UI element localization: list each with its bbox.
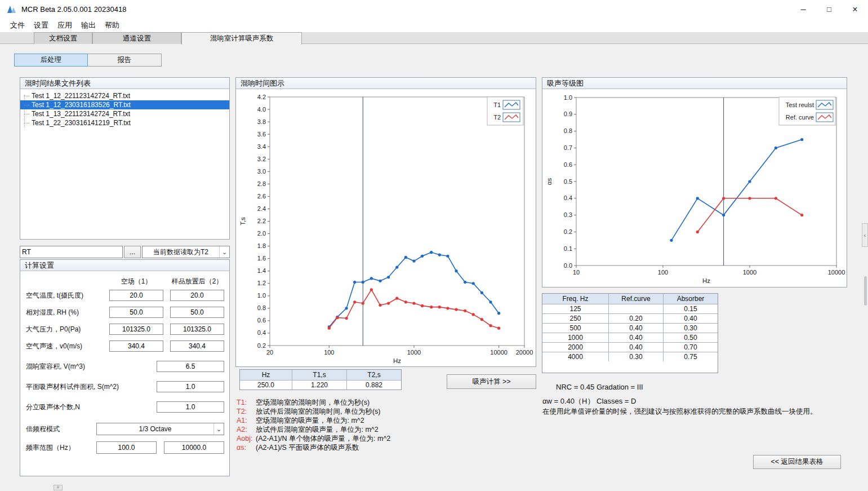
title-bar: MCR Beta 2.05.0.001 20230418 ─ □ × — [0, 0, 868, 19]
note-alpha-s: αs:(A2-A1)/S 平面吸声体的吸声系数 — [237, 443, 390, 452]
maximize-button[interactable]: □ — [816, 0, 842, 19]
absorber-count-field[interactable] — [157, 401, 224, 413]
temperature-field-1[interactable] — [109, 290, 163, 301]
list-item[interactable]: Test 1_12_221123142724_RT.txt — [20, 91, 229, 100]
abs-table-header-freq: Freq. Hz — [542, 294, 608, 304]
svg-text:T,s: T,s — [239, 217, 246, 225]
back-to-results-button[interactable]: << 返回结果表格 — [753, 455, 841, 469]
tab-channel-settings[interactable]: 通道设置 — [92, 32, 181, 44]
tab-reverb-absorption[interactable]: 混响室计算吸声系数 — [181, 32, 302, 45]
tab-document-settings[interactable]: 文档设置 — [34, 32, 92, 44]
overflow-grip[interactable]: ≡ — [54, 485, 63, 490]
note-key: T1: — [237, 398, 256, 407]
svg-text:1.0: 1.0 — [257, 292, 266, 299]
svg-text:1000: 1000 — [407, 349, 421, 356]
menu-item-help[interactable]: 帮助 — [100, 19, 124, 32]
pressure-field-2[interactable] — [170, 324, 224, 335]
abs-table-header-absorber: Absorber — [663, 294, 718, 304]
humidity-field-2[interactable] — [170, 307, 224, 318]
svg-text:Ref. curve: Ref. curve — [786, 114, 814, 121]
svg-text:0.2: 0.2 — [257, 342, 266, 349]
pressure-field-1[interactable] — [109, 324, 163, 335]
list-item-selected[interactable]: Test 1_12_230316183526_RT.txt — [20, 100, 229, 109]
chevron-down-icon[interactable]: ⌄ — [219, 246, 229, 258]
abs-cell-absorber: 0.50 — [663, 333, 718, 342]
note-text: 放试件后混响室的吸声量，单位为: m^2 — [256, 426, 379, 434]
absorption-chart[interactable]: 0.00.10.20.30.40.50.60.70.80.91.01010010… — [542, 89, 847, 286]
menu-item-apply[interactable]: 应用 — [53, 19, 77, 32]
abs-cell-freq: 1000 — [542, 333, 608, 342]
browse-button[interactable]: ... — [124, 246, 141, 258]
svg-text:Test reulst: Test reulst — [786, 101, 814, 108]
list-item[interactable]: Test 1_13_221123142724_RT.txt — [20, 109, 229, 118]
rt-chart[interactable]: 0.20.40.60.81.01.21.41.61.82.02.22.42.62… — [236, 89, 536, 366]
app-icon — [7, 5, 17, 15]
calc-row-humidity: 相对湿度, RH (%) — [20, 307, 229, 318]
tab-strip: 文档设置 通道设置 混响室计算吸声系数 — [0, 32, 868, 44]
field-label-pressure: 大气压力，P0(Pa) — [26, 324, 81, 335]
room-volume-field[interactable] — [157, 361, 224, 372]
octave-mode-dropdown[interactable]: 1/3 Octave ⌄ — [96, 423, 224, 435]
menu-item-output[interactable]: 输出 — [77, 19, 100, 32]
calc-row-octave-mode: 倍频程模式 1/3 Octave ⌄ — [20, 423, 229, 435]
minimize-button[interactable]: ─ — [790, 0, 816, 19]
menu-item-settings[interactable]: 设置 — [29, 19, 53, 32]
note-text: 放试件后混响室的混响时间, 单位为秒(s) — [256, 408, 381, 415]
abs-cell-absorber: 0.75 — [663, 352, 718, 361]
data-mode-dropdown[interactable]: 当前数据读取为T2 ⌄ — [142, 246, 230, 258]
svg-text:0.5: 0.5 — [564, 178, 572, 185]
svg-text:0.0: 0.0 — [564, 262, 572, 269]
calc-row-absorber-count: 分立吸声体个数,N — [20, 401, 229, 413]
note-text: 空场混响室的吸声量，单位为: m^2 — [256, 417, 364, 424]
note-a2: A2:放试件后混响室的吸声量，单位为: m^2 — [237, 425, 390, 434]
svg-text:4.2: 4.2 — [257, 94, 266, 100]
svg-text:3.4: 3.4 — [257, 143, 266, 150]
svg-text:10000: 10000 — [490, 349, 508, 356]
svg-text:0.3: 0.3 — [564, 211, 572, 218]
absorption-calc-button[interactable]: 吸声计算 >> — [447, 374, 536, 389]
collapse-panel-handle[interactable]: ‹ — [862, 223, 868, 247]
rt-chart-header: 混响时间图示 — [236, 78, 536, 89]
legend-notes: T1:空场混响室的混响时间，单位为秒(s) T2:放试件后混响室的混响时间, 单… — [237, 398, 390, 452]
rt-table-header-t2: T2,s — [346, 370, 401, 380]
svg-text:3.2: 3.2 — [257, 156, 266, 162]
svg-text:100: 100 — [658, 269, 668, 276]
absorption-table: Freq. Hz Ref.curve Absorber 125 0.15 250… — [542, 293, 718, 373]
svg-text:2.6: 2.6 — [257, 193, 266, 200]
humidity-field-1[interactable] — [109, 307, 163, 318]
freq-min-field[interactable] — [96, 441, 157, 454]
sound-speed-field-2[interactable] — [170, 340, 224, 352]
rt-table-header-hz: Hz — [240, 370, 292, 380]
field-label-freq-range: 频率范围（Hz） — [26, 441, 75, 454]
calc-settings-title: 计算设置 — [25, 260, 54, 271]
menu-item-file[interactable]: 文件 — [6, 19, 29, 32]
chevron-down-icon[interactable]: ⌄ — [213, 423, 224, 435]
svg-text:0.9: 0.9 — [564, 110, 572, 117]
menu-bar: 文件 设置 应用 输出 帮助 — [0, 19, 868, 32]
data-mode-value: 当前数据读取为T2 — [143, 247, 219, 257]
calc-settings-header: 计算设置 — [20, 260, 229, 271]
svg-text:0.8: 0.8 — [257, 304, 266, 311]
abs-cell-freq: 4000 — [542, 352, 608, 361]
calc-row-pressure: 大气压力，P0(Pa) — [20, 324, 229, 335]
calc-row-room-volume: 混响室容积, V(m^3) — [20, 361, 229, 372]
calc-row-sound-speed: 空气声速，v0(m/s) — [20, 340, 229, 352]
sample-area-field[interactable] — [157, 381, 224, 392]
close-button[interactable]: × — [842, 0, 868, 19]
subtab-report[interactable]: 报告 — [87, 54, 162, 67]
sound-speed-field-1[interactable] — [109, 340, 163, 352]
vertical-scrollbar-thumb[interactable] — [864, 276, 867, 306]
file-list-panel: 混时间结果文件列表 Test 1_12_221123142724_RT.txt … — [20, 77, 230, 240]
note-text: (A2-A1)/N 单个物体的吸声量，单位为: m^2 — [256, 435, 390, 443]
svg-text:0.1: 0.1 — [564, 245, 572, 252]
note-text: 空场混响室的混响时间，单位为秒(s) — [256, 399, 370, 406]
svg-text:2.8: 2.8 — [257, 180, 266, 187]
svg-text:0.6: 0.6 — [257, 317, 266, 324]
rt-name-input[interactable] — [20, 246, 123, 258]
temperature-field-2[interactable] — [170, 290, 224, 301]
subtab-postprocess[interactable]: 后处理 — [14, 54, 88, 67]
list-item[interactable]: Test 1_22_230316141219_RT.txt — [20, 118, 229, 127]
note-aobj: Aobj:(A2-A1)/N 单个物体的吸声量，单位为: m^2 — [237, 434, 390, 443]
field-label-absorber-count: 分立吸声体个数,N — [26, 401, 80, 413]
freq-max-field[interactable] — [164, 441, 224, 454]
